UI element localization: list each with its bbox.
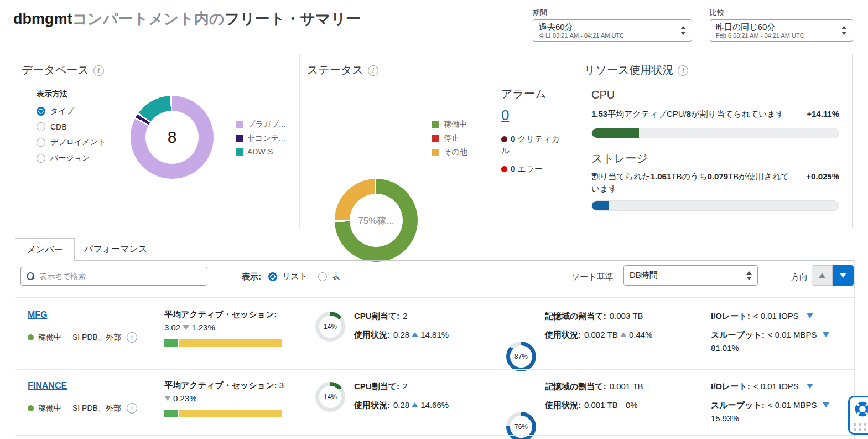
cpu-alloc-line: CPU割当て:2 xyxy=(354,311,407,322)
select-chevrons-icon xyxy=(840,26,847,35)
sort-select[interactable]: DB時間 xyxy=(623,265,758,286)
info-icon[interactable]: i xyxy=(127,403,137,414)
alarm-error: 0 エラー xyxy=(501,163,568,174)
select-chevrons-icon xyxy=(679,26,686,35)
period-subtitle: 今日 03:21 AM - 04:21 AM UTC xyxy=(539,32,675,39)
storage-summary-text: 割り当てられた1.061TBのうち0.079TBが使用されています xyxy=(591,171,796,195)
view-label: 表示: xyxy=(242,272,261,282)
direction-buttons xyxy=(812,265,854,286)
search-input[interactable] xyxy=(39,272,201,281)
aas-block: 平均アクティブ・セッション: 3.021.23% xyxy=(164,308,286,347)
legend-item: 稼働中 xyxy=(432,120,467,130)
page-title-suffix: フリート・サマリー xyxy=(225,11,361,27)
alarm-critical: 0 クリティカル xyxy=(501,133,568,156)
trend-down-icon xyxy=(823,332,829,337)
status-dot-icon xyxy=(28,334,34,340)
compare-select[interactable]: 昨日の同じ60分 Feb 6 03:21 AM - 04:21 AM UTC xyxy=(710,19,853,42)
aas-value: 3 xyxy=(279,380,284,390)
aas-delta: 1.23% xyxy=(191,323,215,332)
legend-item: ADW-S xyxy=(236,147,285,156)
aas-block: 平均アクティブ・セッション: 3 0.23% xyxy=(164,379,286,417)
radio-icon xyxy=(37,138,45,147)
info-icon[interactable]: i xyxy=(678,65,688,76)
legend-swatch xyxy=(432,135,439,142)
info-icon[interactable]: i xyxy=(127,332,137,343)
page-title-middle: コンパートメント内の xyxy=(72,11,224,27)
life-ring-icon xyxy=(854,400,868,418)
storage-alloc-line: 記憶域の割当て:0.003 TB xyxy=(545,311,643,322)
resources-card-title: リソース使用状況 xyxy=(584,64,673,76)
trend-down-icon xyxy=(807,384,813,389)
trend-down-icon xyxy=(823,402,829,407)
throughput-extra: 15.93% xyxy=(711,414,739,423)
alarm-divider xyxy=(485,86,485,216)
legend-swatch xyxy=(432,121,439,128)
legend-swatch xyxy=(236,135,243,142)
db-name-link[interactable]: MFG xyxy=(28,310,48,320)
alarm-count-link[interactable]: 0 xyxy=(501,107,509,124)
radio-icon xyxy=(318,272,327,281)
tab-members[interactable]: メンバー xyxy=(15,238,75,261)
status-label: 稼働中 xyxy=(38,404,61,414)
sort-ascending-button[interactable] xyxy=(812,265,833,286)
search-icon xyxy=(27,272,35,281)
view-option-list[interactable]: リスト xyxy=(268,271,308,282)
storage-gauge: 87% xyxy=(506,342,536,371)
status-card-title: ステータス xyxy=(307,64,363,76)
status-donut-center: 75%稼... xyxy=(350,194,403,247)
aas-label: 平均アクティブ・セッション: xyxy=(164,309,277,319)
cpu-heading: CPU xyxy=(591,89,615,101)
radio-selected-icon xyxy=(37,107,45,116)
cpu-summary-text: 1.53平均アクティブCPU/8が割り当てられています xyxy=(591,108,784,120)
critical-dot-icon xyxy=(501,136,507,142)
radio-option-deployment[interactable]: デプロイメント xyxy=(37,137,106,147)
io-rate-line: I/Oレート:< 0.01 IOPS xyxy=(711,311,815,322)
storage-summary: 割り当てられた1.061TBのうち0.079TBが使用されています +0.025… xyxy=(591,171,839,195)
radio-option-type[interactable]: タイプ xyxy=(37,106,106,116)
page-title: dbmgmtコンパートメント内のフリート・サマリー xyxy=(13,9,361,29)
sort-descending-button[interactable] xyxy=(833,265,854,286)
compare-value: 昨日の同じ60分 xyxy=(716,22,836,32)
tab-performance[interactable]: パフォーマンス xyxy=(84,244,147,255)
radio-option-version[interactable]: バージョン xyxy=(37,153,106,163)
compare-label: 比較 xyxy=(710,8,853,18)
view-option-table[interactable]: 表 xyxy=(318,271,340,282)
member-row-finance: FINANCE 稼働中 SI PDB、外部 i 平均アクティブ・セッション: 3… xyxy=(15,376,855,435)
aas-stacked-bar xyxy=(164,339,283,347)
aas-delta: 0.23% xyxy=(173,394,197,403)
database-legend: プラガブ... 非コンテ... ADW-S xyxy=(236,120,285,160)
database-card-title-row: データベースi xyxy=(22,63,104,78)
direction-label: 方向 xyxy=(791,272,808,282)
storage-progressbar xyxy=(591,200,839,211)
storage-gauge: 76% xyxy=(506,412,536,439)
cpu-summary: 1.53平均アクティブCPU/8が割り当てられています +14.11% xyxy=(591,108,839,120)
legend-item: プラガブ... xyxy=(236,120,285,130)
info-icon[interactable]: i xyxy=(368,65,378,76)
aas-label: 平均アクティブ・セッション: xyxy=(164,380,277,390)
cpu-progress-fill xyxy=(592,128,639,138)
db-type-label: SI PDB、外部 xyxy=(72,404,121,414)
throughput-line: スループット:< 0.01 MBPS xyxy=(711,400,831,411)
summary-panel: データベースi 表示方法 タイプ CDB デプロイメント バージョン 8 プラガ… xyxy=(15,54,853,228)
period-select[interactable]: 過去60分 今日 03:21 AM - 04:21 AM UTC xyxy=(533,19,692,42)
cpu-gauge: 14% xyxy=(315,382,345,412)
tab-baseline xyxy=(15,260,855,261)
radio-option-cdb[interactable]: CDB xyxy=(37,122,106,131)
alarm-title: アラーム xyxy=(501,86,546,101)
help-button[interactable] xyxy=(848,396,868,435)
throughput-extra: 81.01% xyxy=(711,343,739,353)
aas-value: 3.02 xyxy=(164,323,180,332)
member-row-mfg: MFG 稼働中 SI PDB、外部 i 平均アクティブ・セッション: 3.021… xyxy=(15,303,855,369)
legend-item: 非コンテ... xyxy=(236,133,285,143)
view-by-label: 表示方法 xyxy=(37,89,67,99)
radio-icon xyxy=(37,154,45,163)
cpu-delta: +14.11% xyxy=(807,108,839,120)
storage-delta: +0.025% xyxy=(806,171,839,195)
trend-up-icon xyxy=(412,402,418,407)
db-name-link[interactable]: FINANCE xyxy=(28,381,67,391)
info-icon[interactable]: i xyxy=(93,65,104,76)
db-type-label: SI PDB、外部 xyxy=(72,333,121,343)
aas-stacked-bar xyxy=(164,410,283,417)
drag-dots-icon xyxy=(854,423,868,431)
status-card-title-row: ステータスi xyxy=(307,63,378,78)
